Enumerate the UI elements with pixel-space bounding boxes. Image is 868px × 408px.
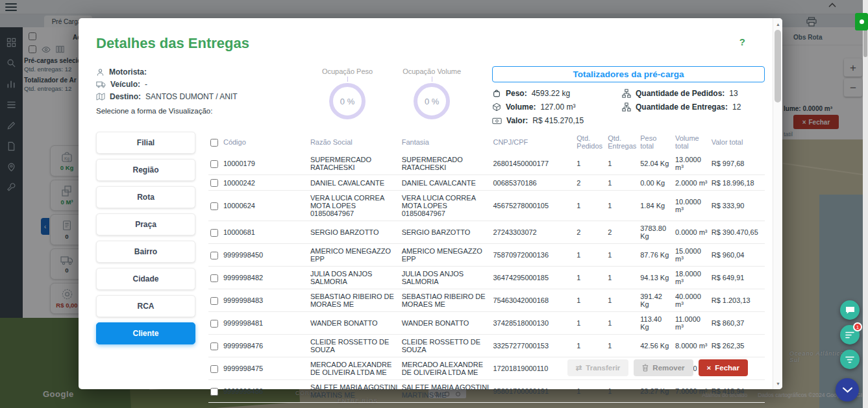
row-checkbox[interactable] — [210, 229, 218, 237]
person-icon — [96, 68, 105, 77]
modal-scrollbar[interactable]: ▲ ▼ — [773, 18, 782, 389]
table-row[interactable]: 10000624 VERA LUCIA CORREA MOTA LOPES 01… — [208, 191, 765, 221]
table-row[interactable]: 9999998450 AMERICO MENEGAZZO EPP AMERICO… — [208, 244, 765, 267]
cell-valor-total: R$ 997,68 — [710, 152, 765, 175]
filter-fab-button[interactable] — [840, 350, 860, 369]
row-checkbox[interactable] — [210, 252, 218, 259]
cell-peso-total: 42.56 Kg — [638, 335, 673, 357]
cell-cnpj-cpf: 17201819000110 — [491, 357, 575, 380]
cell-peso-total: 113.40 Kg — [638, 312, 673, 335]
cell-codigo: 10000624 — [221, 191, 308, 221]
chat-fab-button[interactable] — [840, 300, 860, 320]
truck-icon — [96, 80, 106, 88]
close-icon: × — [707, 364, 712, 372]
total-weight-stat: Peso: 4593.22 kg — [492, 89, 622, 98]
column-header: Valor total — [710, 132, 765, 152]
view-mode-button[interactable]: Rota — [96, 186, 195, 208]
gauge-tick — [347, 77, 348, 82]
help-button[interactable]: ? — [739, 36, 745, 47]
cell-fantasia: WANDER BONATTO — [400, 312, 491, 335]
table-row[interactable]: 10000179 SUPERMERCADO RATACHESKI SUPERME… — [208, 152, 765, 175]
view-mode-button[interactable]: Cidade — [96, 268, 195, 290]
scroll-down-fab-button[interactable] — [836, 378, 859, 402]
scrollbar-thumb[interactable] — [775, 30, 781, 102]
cell-peso-total: 87.76 Kg — [638, 244, 673, 267]
close-button[interactable]: × Fechar — [699, 359, 748, 376]
row-checkbox[interactable] — [210, 160, 218, 168]
cell-codigo: 9999998481 — [221, 312, 308, 335]
view-mode-button[interactable]: Filial — [96, 132, 195, 154]
destination-value: SANTOS DUMONT / ANIT — [145, 92, 238, 101]
cell-volume-total: 10.0000 m³ — [673, 191, 710, 221]
driver-label: Motorista: — [109, 67, 147, 77]
table-row[interactable]: 9999998483 SEBASTIAO RIBEIRO DE MORAES M… — [208, 289, 765, 312]
cell-cnpj-cpf: 27243303072 — [491, 221, 575, 244]
table-row[interactable]: 9999998476 CLEIDE ROSSETTO DE SOUZA CLEI… — [208, 335, 765, 357]
hierarchy-icon — [622, 89, 631, 98]
column-header: Qtd. Pedidos — [575, 132, 606, 152]
cell-razao-social: WANDER BONATTO — [308, 312, 400, 335]
cell-qtd-entregas: 1 — [606, 191, 638, 221]
remove-button[interactable]: Remover — [634, 359, 693, 376]
row-checkbox[interactable] — [210, 179, 218, 187]
cell-peso-total: 23.27 Kg — [638, 380, 673, 403]
scroll-down-arrow[interactable]: ▼ — [773, 379, 783, 388]
view-mode-button[interactable]: RCA — [96, 295, 195, 317]
banknote-icon — [492, 117, 502, 125]
gauge-ring: 0 % — [329, 83, 366, 119]
page-scrollbar[interactable] — [863, 0, 868, 408]
view-mode-button[interactable]: Bairro — [96, 241, 195, 263]
table-row[interactable]: 9999998481 WANDER BONATTO WANDER BONATTO… — [208, 312, 765, 335]
cell-qtd-pedidos: 1 — [575, 312, 606, 335]
column-header: CNPJ/CPF — [491, 132, 575, 152]
precarga-totals: Totalizadores da pré-carga Peso: 4593.22… — [492, 61, 765, 125]
row-checkbox[interactable] — [210, 365, 218, 373]
cell-codigo: 10000242 — [221, 175, 308, 191]
cell-valor-total: R$ 18.996,18 — [710, 175, 765, 191]
cell-qtd-pedidos: 1 — [575, 289, 606, 312]
row-checkbox[interactable] — [210, 274, 218, 282]
cell-codigo: 9999998450 — [221, 244, 308, 267]
table-row[interactable]: 9999998486 SALETE MARIA AGOSTINI MARTINS… — [208, 380, 765, 403]
gauge-value: 0 % — [340, 97, 354, 106]
row-checkbox[interactable] — [210, 297, 218, 305]
route-list-fab-button[interactable]: 1 — [840, 325, 860, 344]
cell-valor-total: R$ 390.470,65 — [710, 221, 765, 244]
cell-cnpj-cpf: 36474295000185 — [491, 267, 575, 289]
cell-codigo: 9999998475 — [221, 357, 308, 380]
column-header: Volume total — [673, 132, 710, 152]
table-row[interactable]: 9999998482 JULIA DOS ANJOS SALMORIA JULI… — [208, 267, 765, 289]
row-checkbox[interactable] — [210, 388, 218, 396]
occupancy-gauge: Ocupação Volume 0 % — [403, 67, 461, 125]
select-all-checkbox[interactable] — [210, 139, 218, 147]
cell-cnpj-cpf: 95801700000191 — [491, 380, 575, 403]
table-row[interactable]: 10000681 SERGIO BARZOTTO SERGIO BARZOTTO… — [208, 221, 765, 244]
cell-peso-total: 0.00 Kg — [638, 175, 673, 191]
row-checkbox[interactable] — [210, 202, 218, 210]
view-mode-button[interactable]: Região — [96, 159, 195, 181]
cell-volume-total: 15.0000 m³ — [673, 244, 710, 267]
cell-volume-total: 2.0000 m³ — [673, 175, 710, 191]
scroll-up-arrow[interactable]: ▲ — [773, 19, 783, 29]
gauge-value: 0 % — [425, 97, 439, 106]
view-mode-button[interactable]: Cliente — [96, 322, 195, 344]
table-row[interactable]: 10000242 DANIEL CAVALCANTE DANIEL CAVALC… — [208, 175, 765, 191]
cell-razao-social: MERCADO ALEXANDRE DE OLIVEIRA LTDA ME — [308, 357, 400, 380]
column-header: Razão Social — [308, 132, 400, 152]
route-info: Motorista: Veículo: - Destino: SANTOS DU… — [96, 61, 291, 125]
cell-volume-total: 8.0000 m³ — [673, 335, 710, 357]
gauge-tick — [432, 77, 432, 82]
cell-qtd-pedidos: 1 — [575, 152, 606, 175]
view-mode-button[interactable]: Praça — [96, 213, 195, 235]
row-checkbox[interactable] — [210, 320, 218, 328]
transfer-button[interactable]: ⇄ Transferir — [567, 359, 629, 376]
cell-volume-total: 7.0000 m³ — [673, 380, 710, 403]
cell-volume-total: 18.0000 m³ — [673, 267, 710, 289]
cell-qtd-entregas: 2 — [606, 221, 638, 244]
green-side-badge[interactable] — [855, 13, 868, 30]
cell-valor-total: R$ 960,04 — [710, 244, 765, 267]
row-checkbox[interactable] — [210, 342, 218, 350]
cell-codigo: 9999998483 — [221, 289, 308, 312]
visualization-hint: Selecione a forma de Visualização: — [96, 107, 291, 115]
cell-fantasia: AMERICO MENEGAZZO EPP — [400, 244, 491, 267]
